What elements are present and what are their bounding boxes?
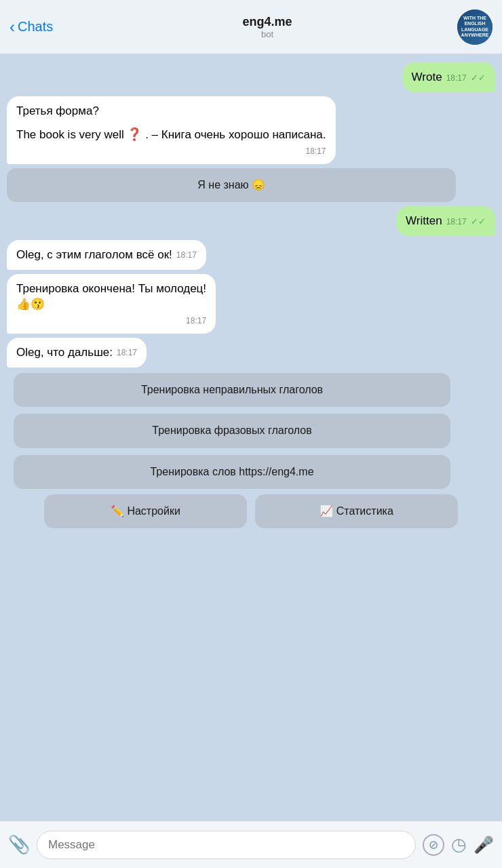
message-row[interactable]: Я не знаю 😞: [7, 168, 495, 202]
message-text: Третья форма? The book is very well ❓ . …: [16, 103, 326, 143]
message-row[interactable]: Тренировка слов https://eng4.me: [7, 454, 495, 490]
incoming-bubble: Третья форма? The book is very well ❓ . …: [7, 96, 336, 164]
button-label: Тренировка неправильных глаголов: [141, 384, 323, 395]
message-row: Written 18:17 ✓✓: [7, 206, 495, 236]
incoming-bubble: Oleg, что дальше: 18:17: [7, 338, 147, 368]
message-time: 18:17: [305, 146, 326, 157]
bottom-buttons-row: ✏️ Настройки 📈 Статистика: [7, 494, 495, 528]
incoming-bubble: Oleg, с этим глаголом всё ок! 18:17: [7, 240, 206, 270]
attach-icon[interactable]: 📎: [8, 834, 30, 855]
outgoing-bubble: Written 18:17 ✓✓: [396, 206, 495, 236]
message-text: Oleg, что дальше:: [16, 346, 113, 359]
message-row: Oleg, что дальше: 18:17: [7, 338, 495, 368]
message-text: Wrote: [412, 71, 442, 83]
message-row[interactable]: Тренировка фразовых глаголов: [7, 412, 495, 449]
message-row: Тренировка окончена! Ты молодец!👍😗 18:17: [7, 274, 495, 334]
message-text: Тренировка окончена! Ты молодец!👍😗: [16, 281, 206, 313]
btn-words-training[interactable]: Тренировка слов https://eng4.me: [14, 455, 450, 489]
mic-icon[interactable]: 🎤: [474, 835, 494, 854]
message-row: Oleg, с этим глаголом всё ок! 18:17: [7, 240, 495, 270]
header-center: eng4.me bot: [77, 15, 457, 39]
message-row[interactable]: Тренировка неправильных глаголов: [7, 372, 495, 408]
message-time: 18:17 ✓✓: [446, 72, 486, 84]
checkmarks-icon: ✓✓: [471, 216, 486, 226]
chat-header: ‹ Chats eng4.me bot WITH THEENGLISHLANGU…: [0, 0, 502, 54]
avatar-text: WITH THEENGLISHLANGUAGEANYWHERE: [459, 13, 492, 41]
btn-settings[interactable]: ✏️ Настройки: [44, 494, 247, 528]
clock-icon[interactable]: ◷: [451, 834, 467, 855]
btn-phrasal-verbs[interactable]: Тренировка фразовых глаголов: [14, 414, 450, 448]
button-label: Тренировка фразовых глаголов: [152, 425, 311, 436]
avatar-inner: WITH THEENGLISHLANGUAGEANYWHERE: [457, 9, 493, 45]
btn-statistics[interactable]: 📈 Статистика: [255, 494, 458, 528]
button-label: ✏️ Настройки: [111, 505, 180, 517]
message-text: Oleg, с этим глаголом всё ок!: [16, 248, 172, 261]
message-row: Wrote 18:17 ✓✓: [7, 62, 495, 92]
outgoing-bubble: Wrote 18:17 ✓✓: [402, 62, 495, 92]
button-label: Я не знаю 😞: [197, 179, 265, 191]
message-text: Written: [406, 214, 442, 227]
message-time: 18:17 ✓✓: [446, 216, 486, 228]
back-chevron-icon: ‹: [9, 18, 15, 37]
message-row: Третья форма? The book is very well ❓ . …: [7, 96, 495, 164]
checkmarks-icon: ✓✓: [471, 73, 486, 83]
button-label: Тренировка слов https://eng4.me: [150, 466, 313, 477]
chat-area: Wrote 18:17 ✓✓ Третья форма? The book is…: [0, 54, 502, 821]
sticker-icon[interactable]: ⊘: [423, 834, 444, 856]
message-time: 18:17: [117, 347, 137, 359]
bot-choice-button[interactable]: Я не знаю 😞: [7, 168, 456, 202]
incoming-bubble: Тренировка окончена! Ты молодец!👍😗 18:17: [7, 274, 216, 334]
back-button[interactable]: ‹ Chats: [9, 18, 77, 37]
avatar[interactable]: WITH THEENGLISHLANGUAGEANYWHERE: [457, 9, 493, 45]
btn-irregular-verbs[interactable]: Тренировка неправильных глаголов: [14, 373, 450, 407]
message-time: 18:17: [186, 315, 206, 327]
back-label[interactable]: Chats: [18, 19, 53, 35]
button-label: 📈 Статистика: [320, 505, 393, 517]
chat-title: eng4.me: [77, 15, 457, 29]
input-bar: 📎 ⊘ ◷ 🎤: [0, 821, 502, 868]
message-time: 18:17: [176, 250, 197, 261]
message-input[interactable]: [37, 831, 416, 859]
chat-subtitle: bot: [77, 29, 457, 39]
